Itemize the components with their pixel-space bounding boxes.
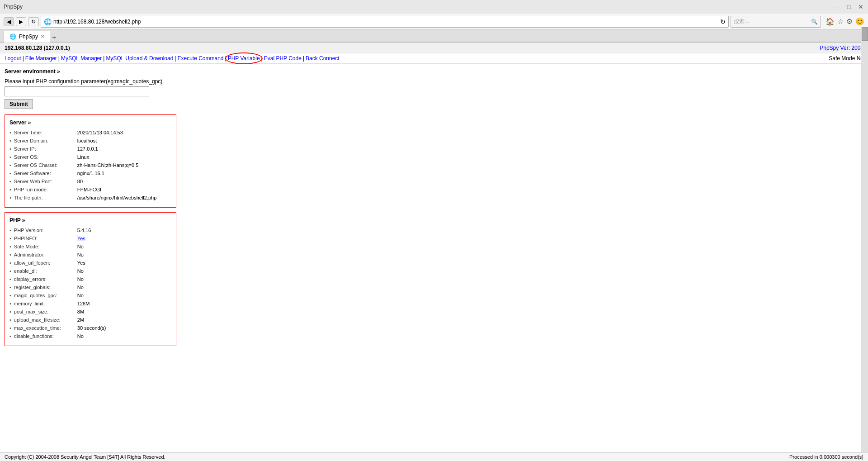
row-key: Safe Mode:	[14, 244, 77, 249]
row-value: 30 second(s)	[77, 325, 106, 331]
php-variable-circle: PHP Variable	[228, 55, 260, 62]
row-value: No	[77, 285, 84, 290]
php-config-input[interactable]	[5, 86, 149, 96]
page-header: 192.168.80.128 (127.0.0.1) PhpSpy Ver: 2…	[0, 43, 868, 53]
row-value: FPM-FCGI	[77, 187, 101, 192]
php-rows: • PHP Version: 5.4.16 • PHPINFO: Yes • S…	[9, 227, 171, 339]
table-row: • upload_max_filesize: 2M	[9, 317, 171, 323]
search-bar[interactable]: 搜索... 🔍	[731, 16, 821, 28]
row-value: Linux	[77, 154, 89, 160]
new-tab-button[interactable]: +	[52, 33, 56, 42]
back-icon: ◀	[7, 19, 11, 25]
row-value: localhost	[77, 138, 97, 143]
active-tab[interactable]: 🌐 PhpSpy ✕	[4, 31, 50, 43]
search-icon: 🔍	[811, 19, 818, 25]
bullet-icon: •	[9, 146, 11, 152]
php-box-title: PHP »	[9, 217, 171, 223]
phpinfo-link[interactable]: Yes	[77, 236, 85, 241]
bullet-icon: •	[9, 268, 11, 274]
back-connect-link[interactable]: Back Connect	[306, 55, 340, 62]
server-box-title: Server »	[9, 119, 171, 126]
forward-button[interactable]: ▶	[16, 17, 26, 26]
table-row: • register_globals: No	[9, 284, 171, 290]
row-value: No	[77, 252, 84, 257]
bullet-icon: •	[9, 228, 11, 233]
nav-sep-5: |	[225, 55, 226, 62]
row-value: 128M	[77, 301, 90, 306]
row-key: register_globals:	[14, 285, 77, 290]
php-variable-link[interactable]: PHP Variable	[228, 55, 260, 62]
row-key: Server Web Port:	[14, 179, 77, 184]
nav-sep-6: |	[261, 55, 263, 62]
table-row: • PHP run mode: FPM-FCGI	[9, 186, 171, 193]
user-button[interactable]: 😊	[855, 17, 864, 26]
table-row: • magic_quotes_gpc: No	[9, 292, 171, 299]
table-row: • PHPINFO: Yes	[9, 235, 171, 242]
page-icon: 🌐	[44, 18, 52, 25]
row-key: PHP Version:	[14, 228, 77, 233]
file-manager-link[interactable]: File Manager	[25, 55, 57, 62]
table-row: • enable_dl: No	[9, 268, 171, 274]
table-row: • Server Time: 2020/11/13 04:14:53	[9, 129, 171, 136]
row-value: nginx/1.16.1	[77, 171, 104, 176]
row-value: Yes	[77, 236, 85, 241]
php-info-box: PHP » • PHP Version: 5.4.16 • PHPINFO: Y…	[5, 212, 176, 346]
mysql-upload-link[interactable]: MySQL Upload & Download	[106, 55, 173, 62]
nav-sep-1: |	[23, 55, 24, 62]
execute-command-link[interactable]: Execute Command	[177, 55, 223, 62]
row-value: zh-Hans-CN;zh-Hans;q=0.5	[77, 162, 138, 168]
row-key: display_errors:	[14, 276, 77, 282]
refresh-button[interactable]: ↻	[28, 17, 39, 26]
eval-php-code-link[interactable]: Eval PHP Code	[264, 55, 302, 62]
row-key: Server Domain:	[14, 138, 77, 143]
search-placeholder: 搜索...	[734, 18, 811, 25]
maximize-button[interactable]: □	[845, 3, 853, 10]
window-title: PhpSpy	[4, 4, 23, 10]
mysql-manager-link[interactable]: MySQL Manager	[61, 55, 102, 62]
logout-link[interactable]: Logout	[5, 55, 21, 62]
home-button[interactable]: 🏠	[826, 17, 835, 26]
bullet-icon: •	[9, 244, 11, 249]
table-row: • Server Domain: localhost	[9, 138, 171, 144]
table-row: • Server Web Port: 80	[9, 178, 171, 185]
settings-button[interactable]: ⚙	[846, 17, 853, 26]
scrollbar-thumb[interactable]	[862, 27, 868, 41]
row-key: Server OS:	[14, 154, 77, 160]
row-value: No	[77, 244, 84, 249]
page-content: 192.168.80.128 (127.0.0.1) PhpSpy Ver: 2…	[0, 43, 868, 351]
scrollbar[interactable]	[861, 27, 868, 452]
row-key: upload_max_filesize:	[14, 317, 77, 323]
table-row: • Server IP: 127.0.0.1	[9, 146, 171, 152]
bullet-icon: •	[9, 293, 11, 298]
tab-close-button[interactable]: ✕	[41, 34, 44, 39]
phpspy-version[interactable]: PhpSpy Ver: 2008	[820, 45, 863, 51]
address-bar[interactable]: 🌐 http://192.168.80.128/webshell2.php ↻	[41, 16, 729, 28]
bullet-icon: •	[9, 179, 11, 184]
bullet-icon: •	[9, 236, 11, 241]
bullet-icon: •	[9, 285, 11, 290]
favorites-button[interactable]: ☆	[837, 17, 844, 26]
back-button[interactable]: ◀	[4, 17, 14, 26]
row-key: Server Time:	[14, 130, 77, 135]
tab-label: PhpSpy	[19, 33, 38, 40]
table-row: • Administrator: No	[9, 252, 171, 258]
bullet-icon: •	[9, 260, 11, 266]
server-info-box: Server » • Server Time: 2020/11/13 04:14…	[5, 114, 176, 208]
table-row: • allow_url_fopen: Yes	[9, 260, 171, 266]
bullet-icon: •	[9, 333, 11, 339]
row-key: enable_dl:	[14, 268, 77, 274]
table-row: • Server OS: Linux	[9, 154, 171, 160]
row-value: 5.4.16	[77, 228, 91, 233]
minimize-button[interactable]: ─	[834, 3, 841, 10]
close-button[interactable]: ✕	[857, 3, 864, 10]
row-key: Server IP:	[14, 146, 77, 152]
submit-button[interactable]: Submit	[5, 99, 33, 109]
row-key: Server OS Charset:	[14, 162, 77, 168]
nav-sep-2: |	[58, 55, 60, 62]
address-refresh-icon[interactable]: ↻	[720, 18, 726, 25]
php-input-label: Please input PHP configuration parameter…	[5, 78, 863, 85]
table-row: • Server Software: nginx/1.16.1	[9, 170, 171, 176]
table-row: • Safe Mode: No	[9, 243, 171, 250]
row-key: memory_limit:	[14, 301, 77, 306]
table-row: • The file path: /usr/share/nginx/html/w…	[9, 195, 171, 201]
